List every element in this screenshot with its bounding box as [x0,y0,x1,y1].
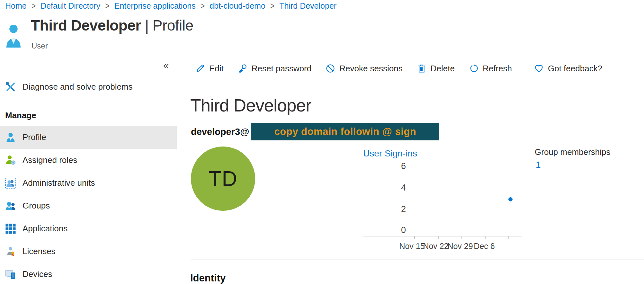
revoke-sessions-label: Revoke sessions [339,64,403,74]
x-axis-tickmark [438,236,439,239]
sidebar-item-assigned-roles[interactable]: Assigned roles [0,149,177,172]
got-feedback-button[interactable]: Got feedback? [527,64,609,74]
sidebar-item-label: Devices [22,269,52,279]
toolbar-divider [523,62,523,75]
groups-icon [5,200,16,211]
command-bar: Edit Reset password Revoke sessions [195,61,609,76]
sidebar-item-groups[interactable]: Groups [0,194,177,217]
breadcrumb: Home > Default Directory > Enterprise ap… [5,1,336,11]
chevron-right-icon: > [31,1,36,12]
sidebar-item-label: Assigned roles [22,155,77,165]
group-memberships-count[interactable]: 1 [536,160,541,170]
got-feedback-label: Got feedback? [548,64,602,74]
reset-password-label: Reset password [252,64,311,74]
sidebar-item-diagnose[interactable]: Diagnose and solve problems [0,78,177,95]
sidebar-item-licenses[interactable]: Licenses [0,240,177,263]
x-axis-label: Dec 6 [474,242,495,251]
y-axis-tick: 6 [395,161,406,171]
sidebar-item-profile[interactable]: Profile [0,126,177,149]
block-icon [326,64,335,73]
page-subtitle: User [31,41,48,50]
avatar: TD [191,146,255,211]
x-axis-label: Nov 29 [447,242,473,251]
edit-button[interactable]: Edit [195,64,231,74]
tools-icon [5,81,16,92]
sidebar-item-devices[interactable]: Devices [0,263,177,284]
y-axis-tick: 2 [395,204,406,214]
user-display-name: Third Developer [190,95,311,116]
breadcrumb-default-directory[interactable]: Default Directory [40,1,100,11]
user-icon [5,132,16,143]
page-title: Third Developer | Profile [31,17,193,34]
chevron-right-icon: > [201,1,205,12]
chart-title-rule [363,160,522,160]
sidebar-item-label: Diagnose and solve problems [22,82,133,92]
sidebar-section-manage: Manage [5,111,36,120]
devices-icon [5,269,16,280]
chevron-right-icon: > [270,1,274,12]
x-axis-line [363,236,522,236]
breadcrumb-enterprise-applications[interactable]: Enterprise applications [114,1,196,11]
breadcrumb-home[interactable]: Home [5,1,27,11]
sidebar-item-label: Licenses [22,246,56,256]
x-axis-label: Nov 22 [423,242,448,251]
user-signins-chart: User Sign-ins 6 4 2 0 Nov 15 Nov 22 Nov … [363,148,527,254]
x-axis-tickmark [485,236,486,239]
pencil-icon [195,64,205,73]
delete-button[interactable]: Delete [410,64,462,74]
domain-redaction-annotation: copy domain followin @ sign [251,123,439,140]
sidebar-item-applications[interactable]: Applications [0,217,177,240]
sidebar-divider [3,125,164,125]
signin-data-point [508,197,513,201]
y-axis-tick: 4 [395,183,406,193]
sidebar-item-label: Groups [22,201,50,211]
y-axis-tick: 0 [395,225,406,235]
sidebar-collapse-icon[interactable]: « [163,60,169,71]
identity-section-heading: Identity [190,272,226,284]
refresh-button[interactable]: Refresh [462,64,519,74]
x-axis-tickmark [461,236,462,239]
edit-label: Edit [209,64,224,74]
breadcrumb-dbt-cloud-demo[interactable]: dbt-cloud-demo [210,1,265,11]
trash-icon [417,64,426,73]
sidebar-item-administrative-units[interactable]: Administrative units [0,172,177,194]
assigned-roles-icon [5,155,16,166]
toolbar-underline [191,86,644,86]
x-axis-label: Nov 15 [399,242,425,251]
revoke-sessions-button[interactable]: Revoke sessions [318,64,410,74]
chevron-right-icon: > [105,1,109,12]
key-icon [238,64,247,73]
page-title-name: Third Developer [31,17,141,34]
content-divider [191,260,644,260]
upn-prefix: developer3@ [191,127,249,137]
user-signins-link[interactable]: User Sign-ins [363,148,417,159]
reset-password-button[interactable]: Reset password [231,64,318,74]
sidebar-nav: Profile Assigned roles [0,126,177,284]
x-axis-tickmark [508,236,509,239]
user-icon [6,24,21,48]
sidebar-item-label: Applications [22,224,67,234]
heart-icon [534,64,544,73]
sidebar-item-label: Profile [22,132,46,142]
page-title-separator: | [141,17,153,34]
delete-label: Delete [431,64,455,74]
breadcrumb-third-developer[interactable]: Third Developer [279,1,336,11]
user-profile-page: Home > Default Directory > Enterprise ap… [0,0,644,284]
x-axis-tickmark [414,236,415,239]
admin-units-icon [5,178,16,189]
licenses-icon [5,246,16,257]
page-title-section: Profile [153,17,193,34]
refresh-label: Refresh [483,64,512,74]
applications-grid-icon [5,223,16,234]
user-principal-name: developer3@ copy domain followin @ sign [191,123,439,140]
refresh-icon [469,64,479,73]
sidebar-item-label: Administrative units [22,178,95,188]
group-memberships-label: Group memberships [535,147,611,157]
